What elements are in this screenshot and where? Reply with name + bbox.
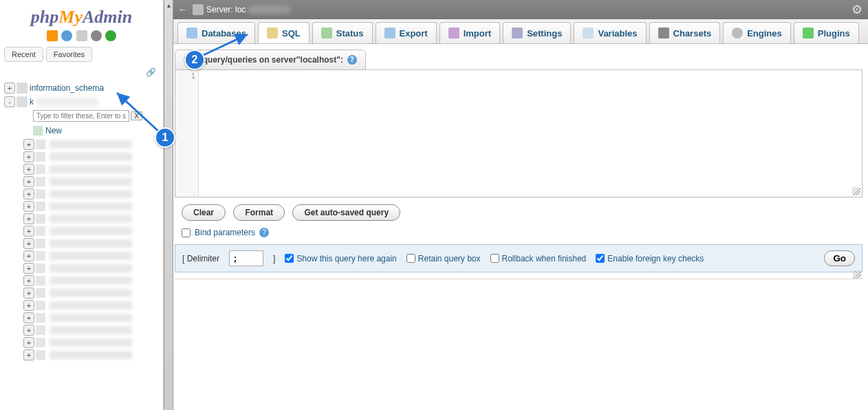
table-row[interactable]: + (23, 175, 159, 188)
expand-icon[interactable]: + (23, 337, 34, 348)
tab-engines[interactable]: Engines (723, 22, 791, 43)
table-row[interactable]: + (23, 262, 159, 274)
get-autosaved-button[interactable]: Get auto-saved query (292, 204, 400, 221)
table-icon (36, 202, 45, 211)
expand-icon[interactable]: + (4, 83, 15, 94)
redacted-text (50, 326, 132, 334)
engines-icon (732, 28, 743, 39)
redacted-text (50, 338, 132, 347)
retain-option[interactable]: Retain query box (406, 254, 481, 263)
expand-icon[interactable]: + (23, 176, 34, 187)
expand-icon[interactable]: + (23, 213, 34, 224)
table-icon (36, 338, 45, 347)
redacted-text (50, 289, 132, 297)
collapse-icon[interactable]: - (4, 96, 15, 107)
plugins-icon (803, 28, 814, 39)
db-label: k (30, 97, 34, 107)
table-row[interactable]: + (23, 274, 159, 287)
sidebar-splitter[interactable]: ▴ (164, 0, 173, 410)
delimiter-input[interactable] (229, 250, 263, 266)
home-icon[interactable] (47, 30, 58, 41)
format-button[interactable]: Format (233, 204, 285, 221)
expand-icon[interactable]: + (23, 288, 34, 299)
reload-icon[interactable] (105, 30, 116, 41)
table-row[interactable]: + (23, 336, 159, 349)
table-row[interactable]: + (23, 349, 159, 361)
bind-parameters-checkbox[interactable] (182, 228, 191, 237)
tab-recent[interactable]: Recent (4, 47, 43, 62)
db-node-information-schema[interactable]: + information_schema (4, 81, 159, 95)
help-icon[interactable]: ? (347, 55, 357, 65)
tab-databases[interactable]: Databases (177, 22, 255, 43)
expand-icon[interactable]: + (23, 139, 34, 150)
help-icon[interactable] (61, 30, 72, 41)
resize-grip-icon[interactable] (853, 270, 861, 279)
sql-icon[interactable] (76, 30, 87, 41)
fk-option[interactable]: Enable foreign key checks (596, 254, 704, 263)
expand-icon[interactable]: + (23, 275, 34, 286)
redacted-text (50, 239, 132, 248)
server-label[interactable]: Server: loc (206, 5, 246, 14)
table-row[interactable]: + (23, 312, 159, 324)
show-again-option[interactable]: Show this query here again (285, 254, 396, 263)
table-row[interactable]: + (23, 250, 159, 262)
table-row[interactable]: + (23, 237, 159, 250)
expand-icon[interactable]: + (23, 300, 34, 311)
tab-status[interactable]: Status (312, 22, 373, 43)
table-row[interactable]: + (23, 200, 159, 213)
expand-icon[interactable]: + (23, 188, 34, 199)
back-icon[interactable]: ← (179, 5, 187, 14)
table-row[interactable]: + (23, 213, 159, 225)
tab-plugins[interactable]: Plugins (794, 22, 859, 43)
table-row[interactable]: + (23, 151, 159, 163)
console-handle[interactable] (175, 272, 862, 279)
table-row[interactable]: + (23, 188, 159, 200)
table-row[interactable]: + (23, 138, 159, 151)
expand-icon[interactable]: + (23, 263, 34, 274)
expand-icon[interactable]: + (23, 151, 34, 162)
table-row[interactable]: + (23, 163, 159, 175)
link-icon-row: 🔗 (0, 63, 163, 80)
editor-code-area[interactable] (199, 70, 862, 197)
tab-settings[interactable]: Settings (503, 22, 571, 43)
go-button[interactable]: Go (824, 250, 855, 266)
new-table-link[interactable]: New (14, 125, 159, 138)
tab-export[interactable]: Export (376, 22, 437, 43)
table-row[interactable]: + (23, 225, 159, 237)
resize-grip-icon[interactable] (852, 187, 860, 195)
clear-button[interactable]: Clear (182, 204, 226, 221)
tab-charsets[interactable]: Charsets (649, 22, 721, 43)
expand-icon[interactable]: + (23, 325, 34, 336)
show-again-checkbox[interactable] (285, 254, 294, 263)
db-node-k[interactable]: - k (4, 95, 159, 109)
tab-favorites[interactable]: Favorites (46, 47, 92, 62)
help-icon[interactable]: ? (259, 228, 269, 237)
clear-filter-button[interactable]: X (131, 111, 142, 120)
sql-editor[interactable]: 1 (175, 69, 862, 197)
tree-filter-input[interactable] (33, 110, 129, 122)
expand-icon[interactable]: + (23, 349, 34, 360)
settings-icon[interactable] (91, 30, 102, 41)
fk-checkbox[interactable] (596, 254, 605, 263)
fk-label: Enable foreign key checks (607, 254, 704, 263)
table-row[interactable]: + (23, 287, 159, 299)
expand-icon[interactable]: + (23, 250, 34, 261)
rollback-checkbox[interactable] (490, 254, 499, 263)
gear-icon[interactable]: ⚙ (851, 2, 862, 17)
expand-icon[interactable]: + (23, 164, 34, 175)
rollback-option[interactable]: Rollback when finished (490, 254, 587, 263)
expand-icon[interactable]: + (23, 238, 34, 249)
retain-checkbox[interactable] (406, 254, 415, 263)
tab-label: Databases (202, 28, 246, 39)
tab-variables[interactable]: Variables (574, 22, 646, 43)
table-row[interactable]: + (23, 324, 159, 336)
expand-icon[interactable]: + (23, 226, 34, 237)
expand-icon[interactable]: + (23, 312, 34, 323)
link-icon[interactable]: 🔗 (146, 67, 156, 77)
annotation-callout-2: 2 (184, 50, 205, 70)
tab-sql[interactable]: SQL (258, 22, 310, 43)
expand-icon[interactable]: + (23, 201, 34, 212)
tab-import[interactable]: Import (440, 22, 500, 43)
sql-panel: SQL query/queries on server "localhost" … (173, 44, 868, 285)
table-row[interactable]: + (23, 299, 159, 312)
